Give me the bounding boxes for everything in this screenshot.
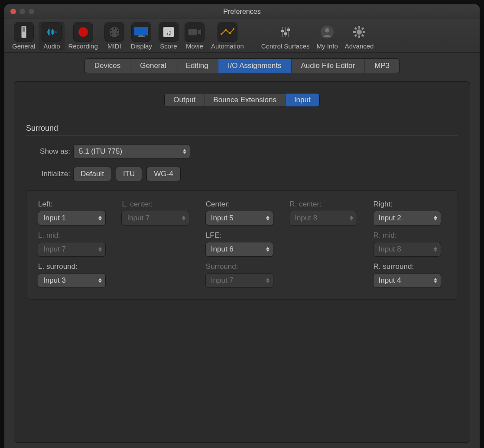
svg-rect-19 [139, 35, 143, 36]
channel-left-dropdown[interactable]: Input 1 [38, 211, 105, 225]
updown-icon [434, 278, 437, 283]
channel-rmid-dropdown: Input 8 [374, 242, 441, 256]
channel-rsurr-value: Input 4 [379, 276, 401, 285]
tab-general2[interactable]: General [130, 59, 176, 73]
svg-point-36 [325, 28, 329, 32]
traffic-lights [4, 9, 34, 14]
svg-line-44 [355, 35, 357, 36]
svg-point-26 [225, 29, 227, 31]
tab-devices[interactable]: Devices [85, 59, 130, 73]
toolbar-movie-label: Movie [186, 42, 203, 50]
subtab-bounce[interactable]: Bounce Extensions [205, 93, 286, 106]
minimize-button[interactable] [19, 9, 25, 14]
channel-lmid: L. mid:Input 7 [38, 231, 110, 256]
subtab-output[interactable]: Output [165, 93, 205, 106]
io-assignments-panel: OutputBounce ExtensionsInput Surround Sh… [14, 81, 470, 443]
toolbar: GeneralAudioRecordingMIDIDisplay♫ScoreMo… [4, 19, 480, 53]
empty-cell [122, 231, 194, 256]
toolbar-midi[interactable]: MIDI [101, 22, 127, 51]
toolbar-myinfo[interactable]: My Info [313, 22, 341, 51]
channel-lfe: LFE:Input 6 [206, 231, 278, 256]
svg-text:♫: ♫ [166, 28, 172, 37]
myinfo-icon [318, 23, 337, 42]
updown-icon [98, 278, 102, 283]
tab-ioassign[interactable]: I/O Assignments [218, 59, 292, 73]
channel-center: Center:Input 5 [206, 200, 278, 225]
svg-rect-1 [23, 27, 25, 32]
channel-rcenter-dropdown: Input 8 [289, 211, 357, 225]
io-subtabs: OutputBounce ExtensionsInput [26, 93, 458, 106]
toolbar-surfaces[interactable]: Control Surfaces [258, 22, 313, 51]
midi-icon [105, 23, 124, 42]
toolbar-display[interactable]: Display [127, 22, 156, 51]
toolbar-score[interactable]: ♫Score [156, 22, 182, 51]
svg-point-27 [229, 32, 231, 34]
toolbar-midi-label: MIDI [107, 42, 121, 50]
preferences-window: Preferences GeneralAudioRecordingMIDIDis… [4, 4, 480, 448]
recording-icon [74, 23, 93, 42]
channel-right-dropdown[interactable]: Input 2 [374, 211, 441, 225]
surfaces-icon [276, 23, 295, 42]
channel-surround: Surround:Input 7 [206, 262, 278, 287]
empty-cell [122, 262, 194, 287]
channel-lmid-value: Input 7 [43, 245, 66, 254]
toolbar-automation[interactable]: Automation [208, 22, 247, 51]
channel-rcenter: R. center:Input 8 [289, 200, 362, 225]
divider [26, 135, 458, 136]
initialize-default-button[interactable]: Default [74, 167, 111, 181]
channel-left-label: Left: [38, 200, 110, 209]
toolbar-automation-label: Automation [211, 42, 244, 50]
empty-cell [289, 231, 362, 256]
movie-icon [185, 23, 204, 42]
toolbar-movie[interactable]: Movie [182, 22, 208, 51]
show-as-dropdown[interactable]: 5.1 (ITU 775) [74, 145, 190, 158]
tab-afe[interactable]: Audio File Editor [292, 59, 365, 73]
channel-right: Right:Input 2 [374, 200, 446, 225]
svg-point-13 [114, 28, 115, 29]
initialize-wg4-button[interactable]: WG-4 [147, 167, 180, 181]
toolbar-recording[interactable]: Recording [65, 22, 101, 51]
initialize-row: Initialize: DefaultITUWG-4 [26, 167, 458, 181]
svg-point-15 [117, 30, 118, 31]
svg-point-25 [221, 33, 222, 35]
channel-rsurr-label: R. surround: [374, 262, 446, 271]
channel-lfe-label: LFE: [206, 231, 278, 240]
channel-lfe-value: Input 6 [211, 245, 234, 254]
initialize-itu-button[interactable]: ITU [116, 167, 142, 181]
channel-lfe-dropdown[interactable]: Input 6 [206, 242, 273, 256]
toolbar-myinfo-label: My Info [317, 42, 338, 50]
svg-line-42 [355, 28, 357, 29]
content-area: DevicesGeneralEditingI/O AssignmentsAudi… [4, 53, 480, 448]
close-button[interactable] [10, 9, 16, 14]
channel-center-label: Center: [206, 200, 278, 209]
channel-rmid-value: Input 8 [379, 245, 401, 254]
audio-tabs: DevicesGeneralEditingI/O AssignmentsAudi… [14, 59, 470, 73]
channel-rsurr-dropdown[interactable]: Input 4 [374, 274, 441, 287]
updown-icon [183, 149, 186, 154]
channel-center-dropdown[interactable]: Input 5 [206, 211, 273, 225]
tab-mp3[interactable]: MP3 [365, 59, 399, 73]
channel-lcenter-dropdown: Input 7 [122, 211, 189, 225]
toolbar-advanced[interactable]: Advanced [341, 22, 377, 51]
channel-lsurr-dropdown[interactable]: Input 3 [38, 274, 105, 287]
svg-rect-34 [287, 29, 290, 31]
channel-lcenter-label: L. center: [122, 200, 194, 209]
svg-point-37 [357, 29, 362, 35]
updown-icon [266, 278, 270, 283]
channel-left: Left:Input 1 [38, 200, 110, 225]
toolbar-audio[interactable]: Audio [39, 22, 65, 51]
updown-icon [434, 216, 437, 221]
initialize-label: Initialize: [26, 170, 74, 178]
tab-editing[interactable]: Editing [176, 59, 218, 73]
channel-right-value: Input 2 [379, 214, 401, 222]
channel-left-value: Input 1 [43, 214, 66, 222]
channel-lmid-label: L. mid: [38, 231, 110, 240]
svg-point-16 [111, 33, 112, 35]
maximize-button[interactable] [29, 9, 34, 14]
empty-cell [289, 262, 362, 287]
toolbar-general[interactable]: General [9, 22, 39, 51]
svg-marker-24 [198, 29, 201, 35]
subtab-input[interactable]: Input [286, 93, 319, 106]
channel-lsurr: L. surround:Input 3 [38, 262, 110, 287]
channel-lsurr-value: Input 3 [43, 276, 66, 285]
